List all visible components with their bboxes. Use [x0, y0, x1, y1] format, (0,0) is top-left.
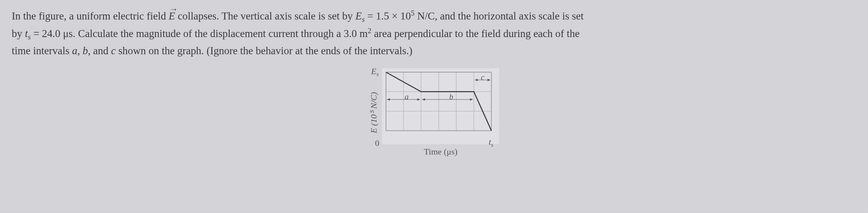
sup-2: 2 [368, 27, 371, 35]
svg-marker-16 [470, 98, 473, 101]
interval-label-a: a [405, 92, 409, 101]
text-segment: , [77, 45, 83, 57]
x-tick-ts: ts [489, 137, 493, 148]
sub-s: s [28, 33, 30, 41]
var-es: E [355, 10, 362, 22]
y-tick-es: Es [371, 66, 379, 78]
y-axis-label: E (10⁵ N/C) [369, 92, 379, 133]
text-segment: N/C, and the horizontal axis scale is se… [414, 10, 584, 22]
vector-e: E [169, 8, 175, 24]
sup-5: 5 [411, 9, 414, 17]
figure-container: E (10⁵ N/C) Es 0 ts [12, 68, 856, 157]
y-tick-zero: 0 [375, 138, 379, 148]
text-segment: area perpendicular to the field during e… [371, 28, 580, 39]
svg-marker-18 [475, 79, 478, 81]
chart-area: Es 0 ts [382, 68, 499, 157]
interval-c: c [111, 45, 116, 57]
text-segment: = 24.0 μs. Calculate the magnitude of th… [31, 28, 368, 39]
text-segment: , and [88, 45, 111, 57]
interval-label-c: c [481, 73, 484, 82]
text-segment: In the figure, a uniform electric field [12, 10, 169, 22]
sub-s: s [362, 15, 364, 23]
interval-a: a [72, 45, 77, 57]
problem-statement: In the figure, a uniform electric field … [12, 8, 856, 59]
text-segment: = 1.5 × 10 [365, 10, 411, 22]
text-segment: by [12, 28, 25, 39]
x-axis-label: Time (μs) [382, 147, 499, 157]
text-segment: collapses. The vertical axis scale is se… [175, 10, 355, 22]
svg-marker-12 [387, 98, 390, 101]
interval-label-b: b [449, 92, 453, 101]
text-segment: shown on the graph. (Ignore the behavior… [116, 45, 413, 57]
interval-b: b [82, 45, 88, 57]
tick-sub: s [376, 71, 379, 77]
svg-marker-19 [488, 79, 491, 81]
tick-var: E [371, 66, 376, 76]
text-segment: time intervals [12, 45, 72, 57]
chart-wrapper: E (10⁵ N/C) Es 0 ts [369, 68, 499, 157]
tick-sub: s [491, 141, 493, 148]
svg-marker-13 [417, 98, 420, 101]
svg-marker-15 [422, 98, 425, 101]
